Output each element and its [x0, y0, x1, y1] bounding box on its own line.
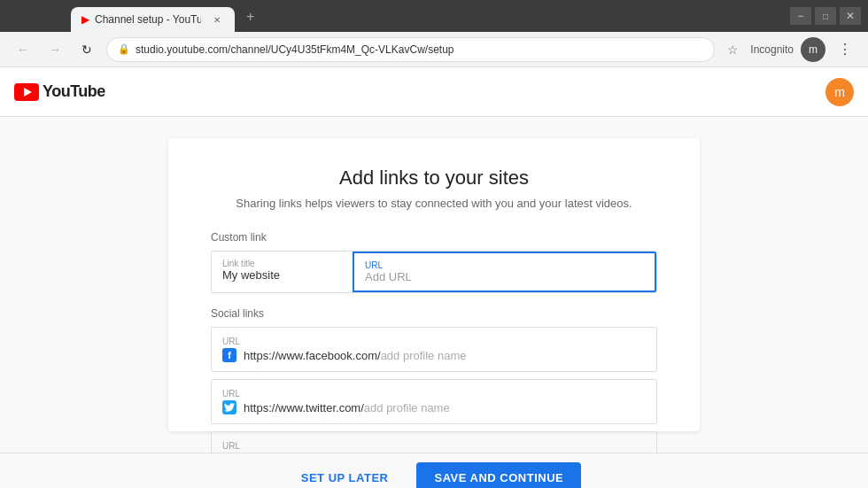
window-close[interactable]: ✕ [840, 7, 861, 25]
set-up-later-button[interactable]: SET UP LATER [287, 464, 403, 488]
forward-button[interactable]: → [43, 37, 67, 62]
window-minimize[interactable]: − [790, 7, 811, 25]
yt-logo: YouTube [14, 82, 105, 101]
url-field-placeholder: Add URL [365, 270, 644, 283]
link-title-value: My website [222, 268, 342, 282]
tab-title: Channel setup - YouTube Studio [95, 13, 201, 26]
facebook-link-item[interactable]: URL f https://www.facebook.com/add profi… [211, 327, 657, 372]
back-button[interactable]: ← [11, 37, 35, 62]
user-avatar[interactable]: m [825, 78, 854, 106]
page-title: Add links to your sites [211, 167, 657, 190]
footer: SET UP LATER SAVE AND CONTINUE [0, 453, 868, 488]
incognito-label: Incognito [750, 43, 794, 56]
twitter-icon [222, 400, 236, 414]
twitter-url-label: URL [222, 389, 646, 399]
facebook-url-bold: https://www.facebook.com/add profile nam… [244, 349, 466, 362]
url-field-label: URL [365, 260, 644, 270]
link-title-field[interactable]: Link title My website [212, 252, 353, 292]
facebook-icon: f [222, 348, 236, 362]
instagram-url-label: URL [222, 441, 646, 451]
facebook-url-label: URL [222, 337, 646, 346]
address-bar[interactable]: 🔒 studio.youtube.com/channel/UCy4U35tFkm… [106, 37, 715, 62]
tab-close-icon[interactable]: ✕ [210, 12, 224, 27]
tab-favicon: ▶ [81, 13, 89, 26]
browser-menu-icon[interactable]: ⋮ [833, 37, 857, 62]
browser-tab[interactable]: ▶ Channel setup - YouTube Studio ✕ [71, 7, 235, 32]
url-field[interactable]: URL Add URL [353, 252, 656, 292]
save-and-continue-button[interactable]: SAVE AND CONTINUE [416, 462, 581, 488]
twitter-link-item[interactable]: URL https://www.twitter.com/add profile … [211, 379, 657, 424]
instagram-link-item[interactable]: URL 📷 https://www.instagram.com/add prof… [211, 431, 657, 453]
yt-logo-icon [14, 83, 39, 101]
window-maximize[interactable]: □ [815, 7, 836, 25]
social-links-section: Social links URL f https://www.facebook.… [211, 307, 657, 453]
custom-link-section: Custom link Link title My website URL Ad… [211, 231, 657, 293]
incognito-avatar: m [801, 37, 825, 62]
link-title-label: Link title [222, 259, 342, 268]
new-tab-button[interactable]: + [246, 9, 254, 25]
reload-button[interactable]: ↻ [74, 37, 99, 62]
page-subtitle: Sharing links helps viewers to stay conn… [211, 197, 657, 210]
social-links-label: Social links [211, 307, 657, 320]
twitter-url-text: https://www.twitter.com/add profile name [244, 401, 450, 414]
lock-icon: 🔒 [118, 43, 130, 55]
url-text: studio.youtube.com/channel/UCy4U35tFkm4M… [136, 43, 703, 56]
custom-link-row: Link title My website URL Add URL [211, 251, 657, 293]
bookmark-icon[interactable]: ☆ [722, 39, 743, 60]
custom-link-label: Custom link [211, 231, 657, 244]
setup-card: Add links to your sites Sharing links he… [168, 138, 700, 431]
yt-logo-text: YouTube [43, 82, 105, 101]
